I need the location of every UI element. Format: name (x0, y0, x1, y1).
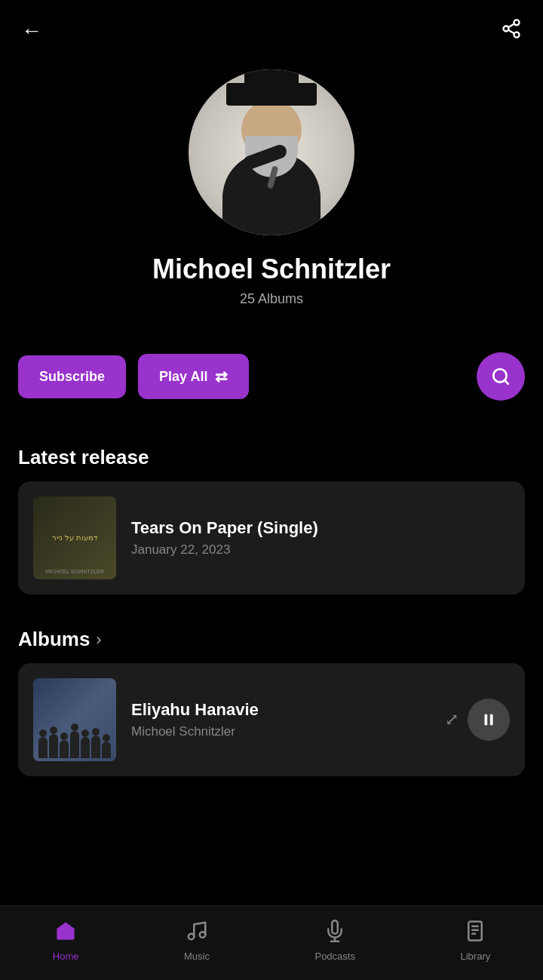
back-button[interactable]: ← (18, 16, 45, 46)
album-card-actions-0: ⤢ (445, 699, 510, 741)
artist-album-count: 25 Albums (240, 291, 303, 307)
album-title-0: Eliyahu Hanavie (131, 700, 430, 720)
artist-section: Michoel Schnitzler 25 Albums (0, 54, 543, 352)
nav-music-label: Music (184, 951, 210, 962)
svg-point-10 (200, 932, 206, 938)
svg-point-9 (189, 934, 195, 940)
latest-release-name: Tears On Paper (Single) (131, 518, 510, 538)
albums-title: Albums (18, 628, 90, 651)
play-all-button[interactable]: Play All ⇄ (138, 354, 249, 399)
album-artist-0: Michoel Schnitzler (131, 724, 430, 739)
subscribe-button[interactable]: Subscribe (18, 355, 126, 398)
nav-home-label: Home (53, 951, 79, 962)
latest-release-card[interactable]: דמעות על נייר MICHOEL SCHNITZLER Tears O… (18, 481, 525, 594)
svg-line-6 (505, 380, 508, 384)
svg-line-3 (508, 30, 514, 34)
home-icon (54, 920, 77, 946)
latest-release-date: January 22, 2023 (131, 542, 510, 558)
latest-release-title: Latest release (0, 446, 543, 469)
album-card-0[interactable]: Eliyahu Hanavie Michoel Schnitzler ⤢ (18, 663, 525, 776)
music-icon (186, 920, 208, 946)
albums-section-header: Albums › (0, 628, 543, 651)
nav-podcasts[interactable]: Podcasts (302, 917, 367, 965)
search-button[interactable] (477, 352, 525, 401)
nav-podcasts-label: Podcasts (314, 951, 354, 962)
nav-music[interactable]: Music (172, 917, 222, 965)
nav-home[interactable]: Home (41, 917, 91, 965)
section-gap-2 (0, 613, 543, 628)
header: ← (0, 0, 543, 54)
action-buttons: Subscribe Play All ⇄ (0, 352, 543, 401)
albums-chevron-icon[interactable]: › (96, 630, 101, 650)
pause-button-0[interactable] (468, 699, 510, 741)
library-icon (464, 920, 486, 946)
expand-icon[interactable]: ⤢ (445, 710, 459, 730)
latest-release-thumb: דמעות על נייר MICHOEL SCHNITZLER (33, 496, 116, 579)
album-hebrew-text: דמעות על נייר (49, 530, 100, 546)
bottom-nav: Home Music Podcasts (0, 905, 543, 980)
album-thumb-0 (33, 678, 116, 761)
latest-release-info: Tears On Paper (Single) January 22, 2023 (131, 518, 510, 558)
album-info-0: Eliyahu Hanavie Michoel Schnitzler (131, 700, 430, 739)
bottom-spacer (0, 794, 543, 870)
play-all-label: Play All (159, 369, 207, 385)
nav-library-label: Library (460, 951, 490, 962)
shuffle-icon: ⇄ (215, 367, 228, 386)
svg-rect-7 (485, 714, 488, 726)
avatar (189, 69, 354, 235)
podcast-icon (324, 920, 346, 946)
svg-line-4 (508, 24, 514, 28)
section-gap-1 (0, 431, 543, 446)
nav-library[interactable]: Library (448, 917, 502, 965)
svg-rect-8 (490, 714, 493, 726)
share-button[interactable] (498, 15, 525, 47)
artist-name: Michoel Schnitzler (152, 253, 391, 285)
